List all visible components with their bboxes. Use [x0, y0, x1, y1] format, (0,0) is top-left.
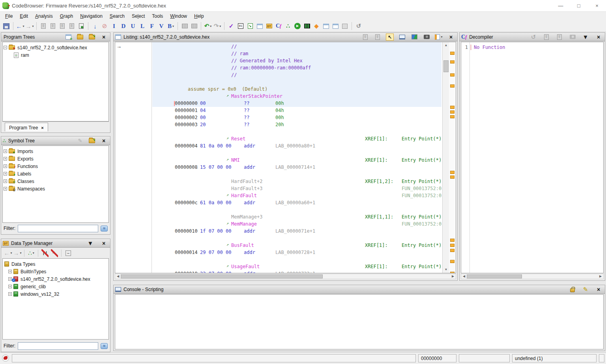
bookmark-note-icon[interactable] [450, 73, 454, 77]
dtm-archive-windows_vs12_32[interactable]: +windows_vs12_32 [4, 290, 108, 298]
close-button[interactable]: × [588, 0, 606, 11]
diff-view-icon[interactable] [410, 32, 419, 42]
listing-line[interactable]: 0000000c61 0a 00 00addrLAB_00000a60+1 [152, 199, 441, 206]
memory-usage-icon[interactable] [2, 355, 9, 362]
listing-vertical-scrollbar[interactable]: ▲ ▼ [442, 42, 449, 273]
close-icon[interactable]: × [99, 32, 108, 42]
scroll-thumb[interactable] [443, 60, 449, 72]
redo-icon[interactable]: ↷▾ [213, 21, 222, 31]
copy-icon[interactable] [542, 32, 551, 42]
listing-line[interactable] [152, 235, 441, 242]
bookmark-note-icon[interactable] [450, 52, 454, 55]
letter-l-icon[interactable]: L [138, 21, 147, 31]
snapshot-icon[interactable] [568, 32, 577, 42]
letter-d-icon[interactable]: D [119, 21, 128, 31]
listing-line[interactable] [152, 206, 441, 213]
navigation-screen-icon[interactable] [398, 32, 406, 42]
refresh-view-icon[interactable]: ↺ [354, 21, 363, 31]
copy-icon[interactable] [361, 32, 370, 42]
back-icon[interactable]: ←▾ [4, 248, 12, 258]
menu-select[interactable]: Select [128, 13, 148, 20]
listing-line[interactable]: // ram [152, 50, 441, 57]
menu-file[interactable]: File [2, 13, 16, 20]
console-output[interactable] [115, 294, 604, 349]
listing-line[interactable]: ↗NMIXREF[1]:Entry Point(*) [152, 157, 441, 164]
listing-line[interactable]: // [152, 43, 441, 50]
scroll-right-icon[interactable]: ▶ [598, 274, 603, 279]
nav-out-block-icon[interactable] [58, 21, 67, 31]
run-script-icon[interactable]: ▶ [293, 21, 302, 31]
listing-line[interactable]: assume spsr = 0x0 (Default) [152, 86, 441, 93]
menu-window[interactable]: Window [166, 13, 191, 20]
scroll-left-icon[interactable]: ◀ [115, 274, 121, 279]
bookmark-note-icon[interactable] [450, 175, 454, 179]
letter-i-icon[interactable]: I [110, 21, 118, 31]
close-icon[interactable]: × [99, 136, 108, 146]
menu-tools[interactable]: Tools [148, 13, 166, 20]
listing-line[interactable] [152, 128, 441, 135]
listing-line[interactable]: MemManage+3XREF[1,1]:Entry Point(*), [152, 213, 441, 220]
dtm-archive-s140_nrf52_7.2.0_softdevice.hex[interactable]: +✓s140_nrf52_7.2.0_softdevice.hex [4, 275, 108, 283]
menu-analysis[interactable]: Analysis [32, 13, 56, 20]
back-icon[interactable]: ←▾ [16, 21, 24, 31]
menu-help[interactable]: Help [191, 13, 208, 20]
listing-line[interactable]: 0000001833 07 00 00addrLAB_00000732+1 [152, 270, 441, 273]
listing-line[interactable]: // ram:00000000-ram:00000aff [152, 64, 441, 71]
symbol-tree-item-imports[interactable]: +▲Imports [4, 147, 108, 155]
symbol-tree-header[interactable]: ∴ Symbol Tree ✎× [1, 136, 110, 145]
export-program-icon[interactable]: ➘ [246, 21, 254, 31]
letter-v-icon[interactable]: V [157, 21, 166, 31]
data-type-manager-icon[interactable]: DT [265, 21, 273, 31]
close-icon[interactable]: × [99, 239, 108, 248]
listing-line[interactable]: ↗UsageFaultXREF[1]:Entry Point(*) [152, 263, 441, 270]
filter-arrays-icon[interactable]: N [41, 248, 49, 258]
menu-graph[interactable]: Graph [56, 13, 77, 20]
decompiler-header[interactable]: Cf Decompiler ↺▼× [460, 33, 605, 41]
listing-line[interactable]: ↗MemManageFUN_00013752:0001 [152, 220, 441, 228]
listing-header[interactable]: Listing: s140_nrf52_7.2.0_softdevice.hex… [114, 33, 457, 41]
listing-line[interactable]: 0000000200??00h [152, 114, 441, 121]
listing-horizontal-scrollbar[interactable]: ◀ ▶ [115, 274, 456, 279]
bookmark-manager-icon[interactable] [340, 21, 349, 31]
symbol-references-icon[interactable]: ◆ [312, 21, 321, 31]
scroll-down-icon[interactable]: ▼ [443, 267, 449, 273]
listing-line[interactable]: HardFault+2XREF[1,2]:Entry Point(*), [152, 178, 441, 185]
program-trees-header[interactable]: Program Trees × [1, 33, 110, 41]
close-icon[interactable]: × [447, 32, 455, 42]
dtm-filter-input[interactable] [18, 342, 98, 350]
rerun-decompiler-icon[interactable]: ↺ [529, 32, 538, 42]
dtm-archive-BuiltInTypes[interactable]: +BuiltInTypes [4, 268, 108, 275]
program-tree-root[interactable]: − ➤ s140_nrf52_7.2.0_softdevice.hex [4, 44, 108, 51]
clear-console-icon[interactable]: ✎ [581, 285, 590, 294]
open-folder-icon[interactable] [76, 32, 84, 42]
dtm-root[interactable]: Data Types [4, 260, 108, 268]
listing-line[interactable] [152, 171, 441, 178]
program-tree-tab[interactable]: Program Tree × [5, 123, 48, 131]
listing-body[interactable]: → //// ram// Generated by Intel Hex// ra… [115, 42, 456, 273]
bookmark-note-icon[interactable] [450, 239, 454, 242]
symbol-tree-item-functions[interactable]: +fFunctions [4, 162, 108, 170]
memory-delete-icon[interactable] [190, 21, 198, 31]
close-icon[interactable]: × [594, 32, 603, 42]
program-tree-fragment[interactable]: ram [4, 51, 108, 59]
console-header[interactable]: Console - Scripting ✎× [114, 285, 605, 294]
bookmark-note-icon[interactable] [450, 110, 454, 114]
cursor-location-icon[interactable]: ↖ [385, 32, 394, 42]
listing-line[interactable]: // Generated by Intel Hex [152, 57, 441, 64]
listing-line[interactable]: ↗BusFaultXREF[1]:Entry Point(*) [152, 242, 441, 249]
listing-line[interactable]: ↗HardFaultFUN_00013752:0001 [152, 192, 441, 199]
maximize-button[interactable]: □ [570, 0, 588, 11]
listing-line[interactable]: 0000000104??04h [152, 107, 441, 114]
bookmark-note-icon[interactable] [450, 272, 454, 273]
symbol-tree-item-exports[interactable]: +Exports [4, 155, 108, 162]
menu-search[interactable]: Search [106, 13, 128, 20]
listing-line[interactable]: 0000000320??20h [152, 121, 441, 128]
menu-navigation[interactable]: Navigation [77, 13, 106, 20]
listing-line[interactable]: 0000000481 0a 00 00addrLAB_00000a80+1 [152, 142, 441, 149]
listing-line[interactable]: ↗ResetXREF[1]:Entry Point(*) [152, 135, 441, 142]
nav-in-function-icon[interactable] [49, 21, 57, 31]
undo-icon[interactable]: ↶▾ [204, 21, 212, 31]
listing-content[interactable]: //// ram// Generated by Intel Hex// ram:… [152, 42, 441, 273]
listing-line[interactable]: 0000000000??00h [152, 100, 441, 107]
listing-line[interactable]: 0000000815 07 00 00addrLAB_00000714+1 [152, 164, 441, 171]
